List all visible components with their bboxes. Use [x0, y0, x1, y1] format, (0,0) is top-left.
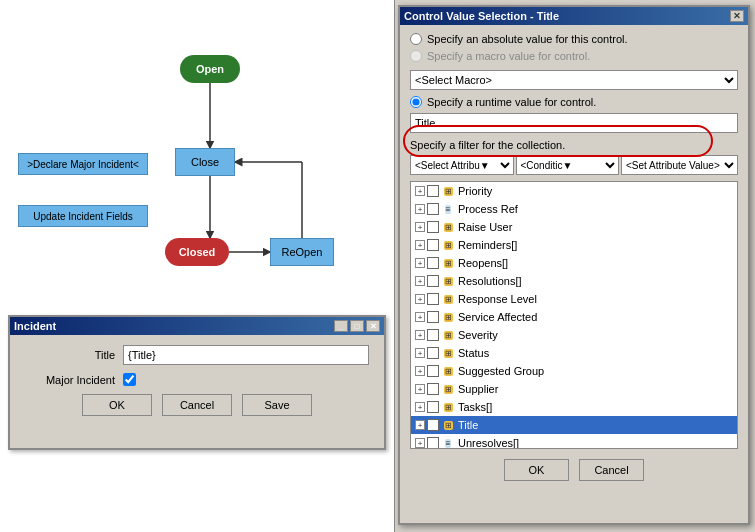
macro-select[interactable]: <Select Macro> — [410, 70, 738, 90]
macro-radio[interactable] — [410, 50, 422, 62]
item-label: Tasks[] — [458, 401, 492, 413]
filter-attrib-select[interactable]: <Select Attribu▼ — [410, 155, 514, 175]
expand-icon[interactable]: + — [415, 240, 425, 250]
cvs-cancel-button[interactable]: Cancel — [579, 459, 644, 481]
runtime-value-display: Title — [410, 113, 738, 133]
item-label: Raise User — [458, 221, 512, 233]
cvs-ok-button[interactable]: OK — [504, 459, 569, 481]
cvs-title: Control Value Selection - Title — [404, 10, 559, 22]
item-checkbox[interactable] — [427, 203, 439, 215]
incident-dialog: Incident _ □ ✕ Title Major Incident OK C… — [8, 315, 386, 450]
incident-title: Incident — [14, 320, 56, 332]
field-icon: ≡ — [441, 436, 455, 449]
title-row: Title — [25, 345, 369, 365]
tree-item[interactable]: +≡Process Ref — [411, 200, 737, 218]
tree-item[interactable]: +⊞Reopens[] — [411, 254, 737, 272]
absolute-radio-row: Specify an absolute value for this contr… — [410, 33, 738, 45]
cvs-body: Specify an absolute value for this contr… — [400, 25, 748, 493]
item-checkbox[interactable] — [427, 401, 439, 413]
filter-value-select[interactable]: <Set Attribute Value> — [621, 155, 738, 175]
macro-radio-row: Specify a macro value for control. — [410, 50, 738, 62]
node-open[interactable]: Open — [180, 55, 240, 83]
item-checkbox[interactable] — [427, 185, 439, 197]
expand-icon[interactable]: + — [415, 330, 425, 340]
runtime-radio[interactable] — [410, 96, 422, 108]
item-checkbox[interactable] — [427, 221, 439, 233]
item-label: Service Affected — [458, 311, 537, 323]
title-input[interactable] — [123, 345, 369, 365]
field-icon: ⊞ — [441, 274, 455, 288]
item-label: Response Level — [458, 293, 537, 305]
node-update[interactable]: Update Incident Fields — [18, 205, 148, 227]
tree-item[interactable]: +⊞Resolutions[] — [411, 272, 737, 290]
expand-icon[interactable]: + — [415, 294, 425, 304]
item-label: Title — [458, 419, 478, 431]
macro-radio-label: Specify a macro value for control. — [427, 50, 590, 62]
save-button[interactable]: Save — [242, 394, 312, 416]
expand-icon[interactable]: + — [415, 402, 425, 412]
item-checkbox[interactable] — [427, 257, 439, 269]
title-label: Title — [25, 349, 115, 361]
expand-icon[interactable]: + — [415, 204, 425, 214]
tree-item[interactable]: +⊞Severity — [411, 326, 737, 344]
item-checkbox[interactable] — [427, 383, 439, 395]
item-checkbox[interactable] — [427, 311, 439, 323]
field-icon: ⊞ — [441, 400, 455, 414]
item-label: Reopens[] — [458, 257, 508, 269]
ok-button[interactable]: OK — [82, 394, 152, 416]
field-icon: ⊞ — [441, 382, 455, 396]
expand-icon[interactable]: + — [415, 348, 425, 358]
field-icon: ⊞ — [441, 220, 455, 234]
tree-item[interactable]: +⊞Suggested Group — [411, 362, 737, 380]
expand-icon[interactable]: + — [415, 384, 425, 394]
tree-container[interactable]: +⊞Priority+≡Process Ref+⊞Raise User+⊞Rem… — [410, 181, 738, 449]
tree-item[interactable]: +⊞Reminders[] — [411, 236, 737, 254]
cancel-button[interactable]: Cancel — [162, 394, 232, 416]
tree-item[interactable]: +⊞Tasks[] — [411, 398, 737, 416]
item-label: Supplier — [458, 383, 498, 395]
item-checkbox[interactable] — [427, 293, 439, 305]
tree-item[interactable]: +⊞Raise User — [411, 218, 737, 236]
major-incident-checkbox[interactable] — [123, 373, 136, 386]
close-dialog-button[interactable]: ✕ — [366, 320, 380, 332]
node-close[interactable]: Close — [175, 148, 235, 176]
absolute-radio[interactable] — [410, 33, 422, 45]
expand-icon[interactable]: + — [415, 222, 425, 232]
minimize-button[interactable]: _ — [334, 320, 348, 332]
item-checkbox[interactable] — [427, 437, 439, 449]
expand-icon[interactable]: + — [415, 420, 425, 430]
item-checkbox[interactable]: ✓ — [427, 419, 439, 431]
item-checkbox[interactable] — [427, 347, 439, 359]
expand-icon[interactable]: + — [415, 312, 425, 322]
filter-condition-select[interactable]: <Conditic▼ — [516, 155, 620, 175]
diagram-area: Open Close Closed ReOpen >Declare Major … — [0, 0, 395, 532]
expand-icon[interactable]: + — [415, 186, 425, 196]
item-label: Reminders[] — [458, 239, 517, 251]
restore-button[interactable]: □ — [350, 320, 364, 332]
field-icon: ⊞ — [441, 418, 455, 432]
tree-item[interactable]: +⊞Priority — [411, 182, 737, 200]
field-icon: ⊞ — [441, 292, 455, 306]
expand-icon[interactable]: + — [415, 276, 425, 286]
item-checkbox[interactable] — [427, 275, 439, 287]
node-reopen[interactable]: ReOpen — [270, 238, 334, 266]
tree-item[interactable]: +⊞Service Affected — [411, 308, 737, 326]
expand-icon[interactable]: + — [415, 366, 425, 376]
item-label: Suggested Group — [458, 365, 544, 377]
node-declare[interactable]: >Declare Major Incident< — [18, 153, 148, 175]
expand-icon[interactable]: + — [415, 258, 425, 268]
tree-item[interactable]: +⊞Supplier — [411, 380, 737, 398]
field-icon: ⊞ — [441, 310, 455, 324]
tree-item[interactable]: +⊞Response Level — [411, 290, 737, 308]
cvs-close-button[interactable]: ✕ — [730, 10, 744, 22]
node-closed[interactable]: Closed — [165, 238, 229, 266]
expand-icon[interactable]: + — [415, 438, 425, 448]
cvs-footer: OK Cancel — [410, 455, 738, 485]
item-checkbox[interactable] — [427, 365, 439, 377]
item-checkbox[interactable] — [427, 329, 439, 341]
tree-item[interactable]: +✓⊞Title — [411, 416, 737, 434]
item-checkbox[interactable] — [427, 239, 439, 251]
tree-item[interactable]: +⊞Status — [411, 344, 737, 362]
incident-content: Title Major Incident OK Cancel Save — [10, 335, 384, 426]
tree-item[interactable]: +≡Unresolves[] — [411, 434, 737, 449]
